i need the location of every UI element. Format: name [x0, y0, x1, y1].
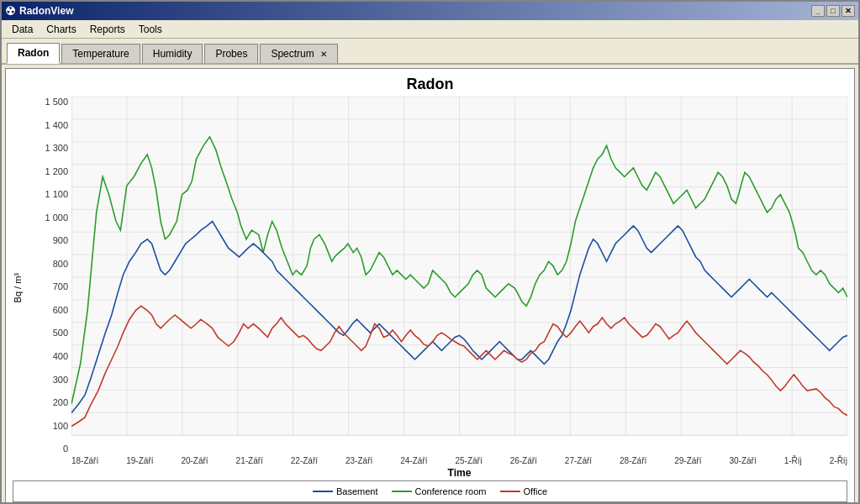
app-icon: ☢ — [5, 4, 16, 18]
x-tick-12: 30-Září — [729, 456, 756, 465]
menu-data[interactable]: Data — [5, 22, 40, 37]
tab-probes[interactable]: Probes — [204, 44, 258, 63]
x-tick-8: 26-Září — [510, 456, 537, 465]
x-tick-6: 24-Září — [400, 456, 427, 465]
legend-line-office — [500, 491, 520, 492]
window-title: RadonView — [19, 5, 73, 17]
minimize-button[interactable]: _ — [811, 5, 825, 17]
x-tick-0: 18-Září — [71, 456, 98, 465]
x-tick-5: 23-Září — [346, 456, 372, 465]
x-tick-4: 22-Září — [291, 456, 318, 465]
main-window: ☢ RadonView _ □ ✕ Data Charts Reports To… — [0, 0, 860, 504]
x-tick-13: 1-Říj — [784, 456, 802, 465]
y-axis-label: Bq / m³ — [13, 273, 28, 302]
maximize-button[interactable]: □ — [826, 5, 840, 17]
legend-line-conference — [392, 491, 412, 492]
title-bar: ☢ RadonView _ □ ✕ — [2, 2, 858, 20]
legend-area: Basement Conference room Office — [13, 480, 847, 502]
tab-spectrum-close[interactable]: ✕ — [320, 50, 327, 59]
menu-charts[interactable]: Charts — [40, 22, 82, 37]
x-tick-2: 20-Září — [181, 456, 208, 465]
x-tick-10: 28-Září — [620, 456, 646, 465]
legend-basement: Basement — [313, 486, 378, 496]
main-content: Radon Bq / m³ 1 500 1 400 1 300 1 200 1 … — [2, 65, 858, 502]
legend-conference: Conference room — [392, 486, 487, 496]
chart-plot: 18-Září 19-Září 20-Září 21-Září 22-Září … — [71, 97, 847, 479]
x-tick-1: 19-Září — [126, 456, 153, 465]
x-tick-14: 2-Říj — [830, 456, 847, 465]
legend-label-conference: Conference room — [415, 486, 487, 496]
x-axis: 18-Září 19-Září 20-Září 21-Září 22-Září … — [71, 454, 847, 467]
x-axis-title: Time — [71, 467, 847, 479]
x-tick-3: 21-Září — [236, 456, 263, 465]
tab-radon[interactable]: Radon — [7, 43, 60, 64]
legend-label-basement: Basement — [336, 486, 378, 496]
legend-label-office: Office — [524, 486, 548, 496]
menu-bar: Data Charts Reports Tools — [2, 20, 858, 39]
x-tick-9: 27-Září — [565, 456, 592, 465]
chart-svg — [71, 97, 847, 453]
x-tick-7: 25-Září — [455, 456, 482, 465]
x-tick-11: 29-Září — [674, 456, 701, 465]
chart-title: Radon — [13, 76, 847, 93]
y-axis: 1 500 1 400 1 300 1 200 1 100 1 000 900 … — [28, 97, 71, 479]
tabs-bar: Radon Temperature Humidity Probes Spectr… — [2, 39, 858, 65]
chart-area: Radon Bq / m³ 1 500 1 400 1 300 1 200 1 … — [5, 68, 855, 502]
window-controls: _ □ ✕ — [811, 5, 855, 17]
legend-line-basement — [313, 491, 333, 492]
tab-temperature[interactable]: Temperature — [61, 44, 140, 63]
tab-humidity[interactable]: Humidity — [142, 44, 203, 63]
menu-tools[interactable]: Tools — [132, 22, 169, 37]
legend-office: Office — [500, 486, 548, 496]
tab-spectrum[interactable]: Spectrum ✕ — [260, 44, 338, 63]
chart-container: Bq / m³ 1 500 1 400 1 300 1 200 1 100 1 … — [13, 97, 847, 479]
close-button[interactable]: ✕ — [842, 5, 855, 17]
menu-reports[interactable]: Reports — [83, 22, 132, 37]
